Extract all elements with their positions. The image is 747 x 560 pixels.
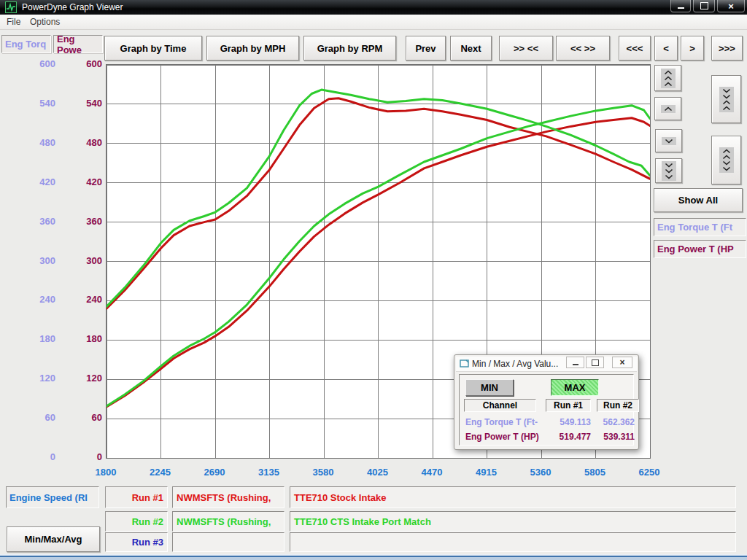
x-tick-label: 4915 [461, 467, 512, 478]
minmax-row-run2-value: 539.311 [597, 432, 635, 442]
y-tick-label-power: 540 [58, 98, 102, 109]
y-tick-label-power: 600 [58, 58, 102, 69]
app-window: PowerDyne Graph Viewer × File Options En… [0, 0, 747, 560]
x-tick-label: 5360 [515, 467, 566, 478]
graph-by-mph-button[interactable]: Graph by MPH [206, 36, 299, 61]
restore-icon [592, 359, 599, 366]
min-button[interactable]: MIN [465, 379, 514, 396]
tab-eng-torque[interactable]: Eng Torq [1, 35, 51, 53]
title-bar: PowerDyne Graph Viewer × [0, 0, 747, 15]
x-tick-label: 3580 [298, 467, 349, 478]
restore-icon [700, 2, 708, 9]
y-tick-label-torque: 180 [12, 333, 55, 344]
run2-label: Run #2 [105, 511, 168, 532]
minimize-icon [573, 364, 578, 365]
channel-column-header[interactable]: Channel [464, 399, 536, 412]
triple-chevron-down-icon [662, 161, 676, 181]
y-tick-label-torque: 300 [12, 255, 55, 266]
zoom-in-x-button[interactable]: >> << [499, 36, 553, 61]
next-button[interactable]: Next [450, 36, 492, 61]
y-scroll-fast-down-button[interactable] [655, 158, 682, 183]
x-tick-label: 4470 [406, 467, 457, 478]
run3-dyno-field[interactable] [172, 532, 285, 552]
y-tick-label-torque: 360 [12, 216, 55, 227]
show-all-button[interactable]: Show All [654, 188, 743, 212]
minmaxavg-button[interactable]: Min/Max/Avg [7, 526, 100, 552]
y-scroll-down-button[interactable] [655, 129, 682, 152]
x-tick-label: 3135 [244, 467, 295, 478]
run1-description-field[interactable]: TTE710 Stock Intake [290, 486, 736, 508]
max-button[interactable]: MAX [551, 379, 599, 396]
menu-options[interactable]: Options [30, 17, 60, 27]
minmax-row-run1-value: 549.113 [547, 417, 591, 427]
y-tick-label-torque: 540 [12, 98, 55, 109]
chevron-down-icon [662, 137, 676, 145]
x-tick-label: 2245 [135, 467, 186, 478]
tab-eng-power-label: Eng Powe [57, 34, 102, 55]
scroll-far-right-button[interactable]: >>> [711, 36, 743, 61]
y-zoom-in-button[interactable] [711, 75, 741, 123]
tab-eng-power[interactable]: Eng Powe [53, 35, 103, 53]
window-bottom-border [0, 554, 747, 560]
y-scroll-up-button[interactable] [654, 97, 681, 120]
graph-by-time-button[interactable]: Graph by Time [104, 36, 202, 61]
y-scroll-fast-up-button[interactable] [654, 65, 681, 91]
menu-file[interactable]: File [7, 17, 20, 27]
y-tick-label-torque: 60 [12, 412, 55, 423]
run2-description-field[interactable]: TTE710 CTS Intake Port Match [290, 511, 736, 532]
y-tick-label-torque: 600 [12, 58, 55, 69]
scroll-far-left-button[interactable]: <<< [619, 36, 651, 61]
zoom-out-x-button[interactable]: << >> [556, 36, 610, 61]
x-tick-label: 2690 [189, 467, 240, 478]
y-tick-label-power: 0 [58, 451, 102, 462]
triple-chevron-up-icon [661, 69, 676, 88]
y-tick-label-power: 480 [58, 137, 102, 148]
y-tick-label-torque: 120 [12, 373, 55, 384]
minimize-button[interactable] [670, 0, 691, 12]
y-tick-label-power: 300 [58, 255, 102, 266]
menu-bar: File Options [0, 15, 747, 30]
x-axis-channel-label: Engine Speed (RI [6, 486, 99, 508]
run1-label: Run #1 [105, 486, 168, 508]
app-icon [5, 1, 17, 13]
x-tick-label: 4025 [352, 467, 403, 478]
graph-by-rpm-button[interactable]: Graph by RPM [303, 36, 396, 61]
y-tick-label-torque: 0 [12, 451, 55, 462]
minmax-window-title: Min / Max / Avg Valu... [472, 359, 558, 369]
prev-button[interactable]: Prev [406, 36, 446, 61]
y-tick-label-torque: 420 [12, 176, 55, 187]
minmax-row-run1-value: 519.477 [547, 432, 591, 442]
run2-dyno-field[interactable]: NWMSFTS (Rushing, [172, 511, 285, 532]
tab-eng-torque-label: Eng Torq [5, 39, 46, 50]
minmax-row-channel: Eng Power T (HP) [465, 432, 539, 442]
minmax-values-window: Min / Max / Avg Valu... × MIN MAX Channe… [454, 354, 639, 450]
y-tick-label-torque: 240 [12, 294, 55, 305]
minmax-restore-button[interactable] [586, 357, 604, 368]
x-tick-label: 1800 [80, 467, 131, 478]
close-button[interactable]: × [717, 0, 745, 12]
close-icon: × [619, 357, 624, 368]
y-tick-label-power: 180 [58, 333, 102, 344]
minmax-row-run2-value: 562.362 [597, 417, 635, 427]
y-zoom-out-button[interactable] [711, 136, 741, 184]
expand-vertical-icon [719, 147, 734, 173]
close-icon: × [728, 1, 734, 12]
form-icon [460, 359, 470, 368]
run3-label: Run #3 [105, 532, 168, 552]
chevron-up-icon [661, 105, 676, 113]
minmax-panel: MIN MAX Channel Run #1 Run #2 Eng Torque… [459, 374, 634, 446]
power-channel-button[interactable]: Eng Power T (HP [654, 240, 746, 258]
run3-description-field[interactable] [290, 532, 736, 552]
minmax-minimize-button[interactable] [566, 357, 584, 368]
scroll-left-button[interactable]: < [654, 36, 678, 61]
run1-dyno-field[interactable]: NWMSFTS (Rushing, [172, 486, 285, 508]
run2-column-header[interactable]: Run #2 [597, 399, 639, 412]
minmax-close-button[interactable]: × [612, 357, 632, 368]
y-tick-label-power: 120 [58, 373, 102, 384]
scroll-right-button[interactable]: > [681, 36, 704, 61]
torque-channel-button[interactable]: Eng Torque T (Ft [654, 218, 746, 236]
y-tick-label-torque: 480 [12, 137, 55, 148]
maximize-button[interactable] [693, 0, 715, 12]
minmax-title-bar[interactable]: Min / Max / Avg Valu... [456, 357, 637, 372]
run1-column-header[interactable]: Run #1 [546, 399, 591, 412]
